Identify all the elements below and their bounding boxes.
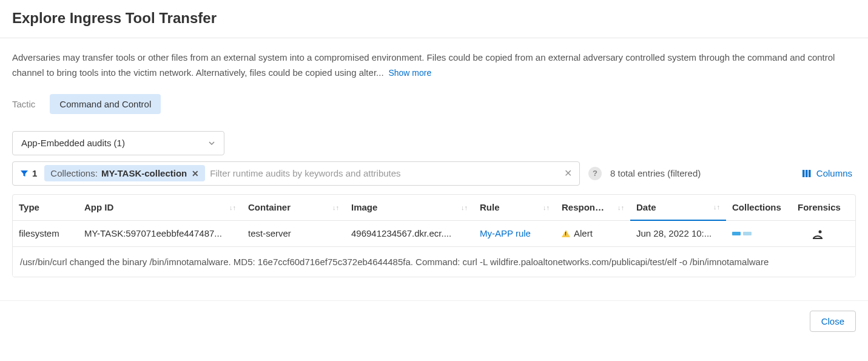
sort-icon: ↓↑ bbox=[229, 204, 236, 211]
audit-type-dropdown[interactable]: App-Embedded audits (1) bbox=[12, 131, 224, 155]
clear-filter-icon[interactable]: ✕ bbox=[562, 167, 574, 179]
cell-container: test-server bbox=[242, 221, 345, 246]
th-type[interactable]: Type bbox=[13, 195, 78, 220]
svg-rect-0 bbox=[802, 170, 805, 177]
warning-icon bbox=[562, 230, 570, 237]
collections-indicator[interactable] bbox=[732, 232, 752, 235]
filter-chip-label: Collections: bbox=[50, 168, 98, 178]
tactic-label: Tactic bbox=[12, 99, 35, 109]
th-container[interactable]: Container↓↑ bbox=[242, 195, 345, 220]
cell-image: 496941234567.dkr.ecr.... bbox=[345, 221, 474, 246]
columns-label: Columns bbox=[816, 168, 852, 178]
cell-rule: My-APP rule bbox=[474, 221, 556, 246]
filter-count: 1 bbox=[32, 168, 37, 178]
rule-link[interactable]: My-APP rule bbox=[480, 228, 531, 238]
chip-close-icon[interactable]: ✕ bbox=[192, 169, 199, 178]
chevron-down-icon bbox=[208, 140, 215, 147]
table-header-row: Type App ID↓↑ Container↓↑ Image↓↑ Rule↓↑… bbox=[13, 195, 855, 221]
sort-icon: ↓↑ bbox=[332, 204, 339, 211]
sort-icon: ↓↑ bbox=[461, 204, 468, 211]
cell-response: Alert bbox=[556, 221, 630, 246]
th-response[interactable]: Respon…↓↑ bbox=[556, 195, 630, 220]
forensics-icon[interactable] bbox=[812, 228, 824, 239]
tactic-row: Tactic Command and Control bbox=[12, 94, 856, 114]
columns-icon bbox=[802, 169, 812, 178]
svg-rect-2 bbox=[809, 170, 811, 177]
entries-count: 8 total entries (filtered) bbox=[610, 168, 701, 178]
filter-chip-collections[interactable]: Collections: MY-TASK-collection ✕ bbox=[44, 165, 205, 181]
description-block: Adversaries may transfer tools or other … bbox=[12, 50, 856, 81]
alert-badge: Alert bbox=[562, 228, 593, 238]
filter-box: 1 Collections: MY-TASK-collection ✕ ✕ bbox=[12, 161, 580, 186]
columns-button[interactable]: Columns bbox=[802, 168, 856, 178]
cell-collections bbox=[726, 221, 792, 246]
th-rule[interactable]: Rule↓↑ bbox=[474, 195, 556, 220]
modal-header: Explore Ingress Tool Transfer bbox=[0, 0, 868, 38]
cell-forensics bbox=[792, 221, 844, 246]
page-title: Explore Ingress Tool Transfer bbox=[12, 10, 856, 27]
close-button[interactable]: Close bbox=[810, 311, 856, 332]
audits-table: Type App ID↓↑ Container↓↑ Image↓↑ Rule↓↑… bbox=[12, 194, 856, 277]
dropdown-selected: App-Embedded audits (1) bbox=[21, 138, 125, 148]
help-icon[interactable]: ? bbox=[588, 167, 602, 180]
collection-bar-icon bbox=[732, 232, 741, 235]
tactic-chip[interactable]: Command and Control bbox=[50, 94, 161, 114]
sort-icon: ↓↑ bbox=[617, 204, 624, 211]
filter-input[interactable] bbox=[210, 168, 557, 178]
modal-footer: Close bbox=[0, 300, 868, 342]
modal-content: Adversaries may transfer tools or other … bbox=[0, 38, 868, 289]
cell-type: filesystem bbox=[13, 221, 78, 246]
modal-container: Explore Ingress Tool Transfer Adversarie… bbox=[0, 0, 868, 342]
svg-point-3 bbox=[819, 230, 822, 233]
filter-row: 1 Collections: MY-TASK-collection ✕ ✕ ? … bbox=[12, 161, 856, 186]
th-appid[interactable]: App ID↓↑ bbox=[78, 195, 242, 220]
th-date[interactable]: Date↓↑ bbox=[630, 195, 726, 221]
sort-icon: ↓↑ bbox=[543, 204, 550, 211]
filter-icon bbox=[20, 169, 29, 178]
table-row[interactable]: filesystem MY-TASK:597071eebbfe447487...… bbox=[13, 221, 855, 246]
sort-icon: ↓↑ bbox=[713, 203, 720, 211]
cell-date: Jun 28, 2022 10:... bbox=[630, 221, 726, 246]
cell-appid: MY-TASK:597071eebbfe447487... bbox=[78, 221, 242, 246]
svg-rect-1 bbox=[806, 170, 808, 177]
th-image[interactable]: Image↓↑ bbox=[345, 195, 474, 220]
filter-chip-value: MY-TASK-collection bbox=[101, 168, 187, 178]
filter-icon-group[interactable]: 1 bbox=[18, 168, 39, 178]
show-more-link[interactable]: Show more bbox=[388, 68, 431, 78]
th-forensics[interactable]: Forensics bbox=[792, 195, 844, 220]
th-collections[interactable]: Collections bbox=[726, 195, 792, 220]
collection-bar-icon bbox=[743, 232, 752, 235]
row-detail: /usr/bin/curl changed the binary /bin/im… bbox=[13, 246, 855, 277]
